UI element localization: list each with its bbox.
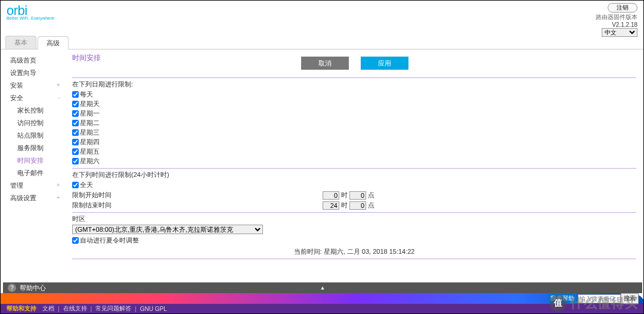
checkbox-friday[interactable]	[72, 148, 79, 155]
checkbox-saturday[interactable]	[72, 158, 79, 164]
watermark-text: 什么值得买	[570, 294, 639, 312]
checkbox-everyday[interactable]	[72, 91, 79, 98]
sidebar-group-manage[interactable]: 管理	[1, 179, 66, 192]
firmware-label: 路由器固件版本	[596, 13, 637, 21]
sidebar-group-adv[interactable]: 高级设置	[1, 192, 66, 204]
sidebar: 高级首页 设置向导 安装 安全 家长控制 访问控制 站点限制 服务限制 时间安排…	[1, 49, 66, 260]
times-section-label: 在下列时间进行限制(24小时计时)	[72, 170, 636, 179]
label-dst: 自动进行夏令时调整	[80, 236, 139, 245]
sidebar-group-install[interactable]: 安装	[1, 79, 66, 92]
unit-hour2: 时	[341, 201, 348, 210]
end-time-label: 限制结束时间	[72, 201, 323, 210]
footer-link-faq[interactable]: 常见问题解答	[95, 304, 131, 313]
end-min[interactable]	[349, 201, 366, 210]
checkbox-wednesday[interactable]	[72, 129, 79, 136]
unit-min2: 点	[368, 201, 374, 210]
label-friday: 星期五	[80, 147, 100, 156]
footer-title: 帮助和支持	[7, 304, 36, 313]
sidebar-item-schedule[interactable]: 时间安排	[1, 154, 66, 167]
tab-basic[interactable]: 基本	[5, 36, 36, 49]
footer: 帮助和支持 文档| 在线支持| 常见问题解答| GNU GPL	[1, 304, 644, 313]
label-monday: 星期一	[80, 109, 100, 118]
sidebar-item-parental[interactable]: 家长控制	[1, 104, 66, 117]
start-time-label: 限制开始时间	[72, 191, 323, 200]
current-time-prefix: 当前时间:	[294, 248, 324, 255]
tz-label: 时区	[72, 214, 636, 223]
checkbox-thursday[interactable]	[72, 139, 79, 145]
cancel-button[interactable]: 取消	[301, 57, 349, 70]
help-icon: ?	[8, 284, 16, 292]
footer-link-docs[interactable]: 文档	[42, 304, 54, 313]
label-wednesday: 星期三	[80, 128, 100, 137]
footer-link-support[interactable]: 在线支持	[63, 304, 87, 313]
checkbox-sunday[interactable]	[72, 101, 79, 107]
checkbox-dst[interactable]	[72, 237, 79, 244]
watermark-badge: 值	[550, 295, 566, 312]
language-select[interactable]: 中文	[602, 28, 637, 37]
timezone-select[interactable]: (GMT+08:00)北京,重庆,香港,乌鲁木齐,克拉斯诺雅茨克	[72, 225, 263, 234]
start-min[interactable]	[349, 191, 366, 200]
sidebar-item-email[interactable]: 电子邮件	[1, 167, 66, 179]
current-time-value: 星期六, 二月 03, 2018 15:14:22	[324, 248, 415, 255]
watermark: 值 什么值得买	[550, 294, 639, 312]
chevron-up-icon[interactable]: ▲	[320, 285, 326, 291]
sidebar-item-home[interactable]: 高级首页	[1, 54, 66, 67]
end-hour[interactable]	[323, 201, 339, 210]
logout-button[interactable]: 注销	[608, 3, 637, 13]
unit-min: 点	[368, 191, 374, 200]
apply-button[interactable]: 应用	[361, 57, 408, 70]
tab-advanced[interactable]: 高级	[38, 36, 69, 49]
start-hour[interactable]	[323, 191, 339, 200]
days-section-label: 在下列日期进行限制:	[72, 80, 636, 89]
label-allday: 全天	[80, 181, 93, 189]
footer-link-gpl[interactable]: GNU GPL	[140, 306, 167, 312]
sidebar-item-wizard[interactable]: 设置向导	[1, 67, 66, 79]
unit-hour: 时	[341, 191, 348, 200]
sidebar-item-sitebound[interactable]: 站点限制	[1, 129, 66, 142]
label-sunday: 星期天	[80, 100, 100, 108]
label-tuesday: 星期二	[80, 119, 100, 128]
sidebar-item-service[interactable]: 服务限制	[1, 142, 66, 154]
logo-tagline: Better WiFi. Everywhere	[7, 16, 54, 20]
firmware-version: V2.1.2.18	[596, 21, 637, 28]
sidebar-item-access[interactable]: 访问控制	[1, 117, 66, 129]
label-everyday: 每天	[80, 90, 93, 99]
help-bar[interactable]: ? 帮助中心 ▲	[3, 282, 642, 293]
checkbox-monday[interactable]	[72, 110, 79, 117]
sidebar-group-security[interactable]: 安全	[1, 92, 66, 104]
label-thursday: 星期四	[80, 138, 100, 147]
checkbox-tuesday[interactable]	[72, 120, 79, 126]
checkbox-allday[interactable]	[72, 182, 79, 188]
help-title: 帮助中心	[20, 284, 46, 293]
label-saturday: 星期六	[80, 157, 100, 166]
